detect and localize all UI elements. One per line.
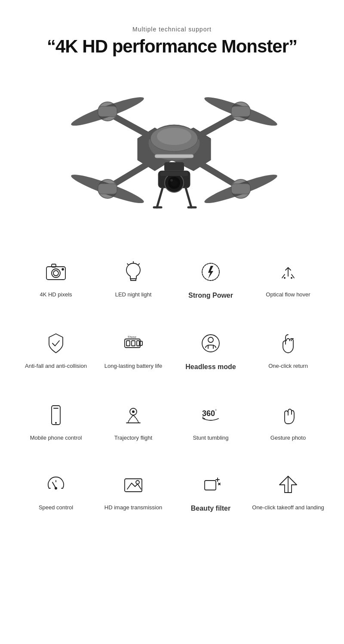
camera-icon bbox=[43, 259, 69, 285]
feature-one-click-takeoff-label: One-click takeoff and landing bbox=[252, 504, 324, 512]
svg-line-42 bbox=[138, 264, 139, 265]
features-row-4: Speed control HD image transmission bbox=[9, 459, 335, 530]
image-icon bbox=[120, 472, 146, 498]
feature-gesture-photo-label: Gesture photo bbox=[270, 434, 306, 442]
svg-line-25 bbox=[186, 188, 191, 207]
shield-icon bbox=[43, 330, 69, 356]
svg-point-48 bbox=[284, 277, 286, 279]
svg-point-34 bbox=[53, 271, 58, 276]
feature-beauty-filter: Beauty filter bbox=[174, 472, 247, 513]
main-title: “4K HD performance Monster” bbox=[47, 36, 297, 57]
feature-stunt-tumbling: 360 ° Stunt tumbling bbox=[174, 402, 247, 442]
battery-icon: Three bbox=[120, 330, 146, 356]
svg-rect-28 bbox=[98, 106, 117, 117]
feature-strong-power: Strong Power bbox=[174, 259, 247, 300]
phone-icon bbox=[43, 402, 69, 428]
drone-image bbox=[43, 70, 301, 229]
svg-rect-51 bbox=[140, 341, 142, 345]
gesture-icon bbox=[275, 402, 301, 428]
svg-rect-77 bbox=[205, 481, 216, 490]
features-section: 4K HD pixels LED night light bbox=[9, 246, 335, 530]
svg-rect-17 bbox=[164, 162, 184, 172]
features-row-3: Mobile phone control Trajectory flight bbox=[9, 389, 335, 459]
beauty-icon bbox=[198, 472, 224, 498]
svg-line-71 bbox=[52, 482, 56, 488]
svg-point-57 bbox=[208, 337, 213, 342]
feature-headless-mode: Headless mode bbox=[174, 330, 247, 372]
takeoff-icon bbox=[275, 472, 301, 498]
headless-icon bbox=[198, 330, 224, 356]
feature-beauty-filter-label: Beauty filter bbox=[191, 504, 230, 513]
speedometer-icon bbox=[43, 472, 69, 498]
feature-speed-control: Speed control bbox=[19, 472, 92, 512]
feature-speed-control-label: Speed control bbox=[39, 504, 73, 512]
svg-rect-30 bbox=[98, 184, 117, 194]
feature-hd-image: HD image transmission bbox=[97, 472, 170, 512]
feature-stunt-tumbling-label: Stunt tumbling bbox=[193, 434, 228, 442]
svg-point-33 bbox=[52, 269, 60, 277]
trajectory-icon bbox=[120, 402, 146, 428]
power-icon bbox=[198, 259, 224, 285]
subtitle: Multiple technical support bbox=[132, 26, 212, 33]
feature-gesture-photo: Gesture photo bbox=[252, 402, 325, 442]
svg-text:°: ° bbox=[215, 409, 217, 413]
drone-svg bbox=[47, 72, 297, 227]
feature-optical-hover-label: Optical flow hover bbox=[266, 291, 310, 299]
feature-mobile-control-label: Mobile phone control bbox=[30, 434, 82, 442]
feature-headless-mode-label: Headless mode bbox=[185, 362, 236, 372]
svg-point-49 bbox=[291, 277, 292, 279]
svg-rect-50 bbox=[125, 339, 140, 348]
svg-text:Three: Three bbox=[127, 335, 136, 339]
feature-led-night-label: LED night light bbox=[115, 291, 152, 299]
svg-rect-29 bbox=[231, 106, 250, 117]
finger-icon bbox=[275, 330, 301, 356]
svg-text:360: 360 bbox=[202, 409, 215, 418]
feature-anti-fall-label: Anti-fall and anti-collision bbox=[25, 362, 87, 370]
features-row-2: Anti-fall and anti-collision Three Long-… bbox=[9, 317, 335, 389]
features-row-1: 4K HD pixels LED night light bbox=[9, 246, 335, 317]
feature-hd-pixels: 4K HD pixels bbox=[19, 259, 92, 299]
bulb-icon bbox=[120, 259, 146, 285]
feature-one-click-takeoff: One-click takeoff and landing bbox=[252, 472, 325, 512]
svg-rect-53 bbox=[132, 341, 135, 346]
feature-battery-life: Three Long-lasting battery life bbox=[97, 330, 170, 370]
svg-rect-23 bbox=[160, 172, 188, 176]
svg-line-41 bbox=[127, 264, 128, 265]
feature-one-click-return: One-click return bbox=[252, 330, 325, 370]
feature-anti-fall: Anti-fall and anti-collision bbox=[19, 330, 92, 370]
feature-battery-life-label: Long-lasting battery life bbox=[104, 362, 162, 370]
feature-mobile-control: Mobile phone control bbox=[19, 402, 92, 442]
360-icon: 360 ° bbox=[198, 402, 224, 428]
feature-one-click-return-label: One-click return bbox=[268, 362, 308, 370]
svg-point-65 bbox=[132, 410, 135, 413]
optical-icon bbox=[275, 259, 301, 285]
svg-point-76 bbox=[136, 481, 139, 484]
feature-trajectory-label: Trajectory flight bbox=[114, 434, 152, 442]
svg-point-61 bbox=[55, 422, 57, 424]
feature-hd-pixels-label: 4K HD pixels bbox=[40, 291, 72, 299]
page-wrapper: Multiple technical support “4K HD perfor… bbox=[0, 0, 344, 548]
svg-line-24 bbox=[157, 188, 163, 207]
feature-hd-image-label: HD image transmission bbox=[104, 504, 162, 512]
svg-rect-16 bbox=[155, 154, 194, 158]
svg-point-22 bbox=[170, 179, 173, 182]
svg-point-36 bbox=[62, 268, 64, 270]
svg-point-15 bbox=[157, 128, 191, 145]
svg-marker-44 bbox=[208, 266, 213, 279]
svg-rect-54 bbox=[137, 341, 139, 346]
feature-led-night: LED night light bbox=[97, 259, 170, 299]
feature-strong-power-label: Strong Power bbox=[188, 291, 233, 300]
feature-optical-hover: Optical flow hover bbox=[252, 259, 325, 299]
svg-rect-52 bbox=[126, 341, 130, 346]
feature-trajectory: Trajectory flight bbox=[97, 402, 170, 442]
svg-rect-31 bbox=[231, 184, 250, 194]
